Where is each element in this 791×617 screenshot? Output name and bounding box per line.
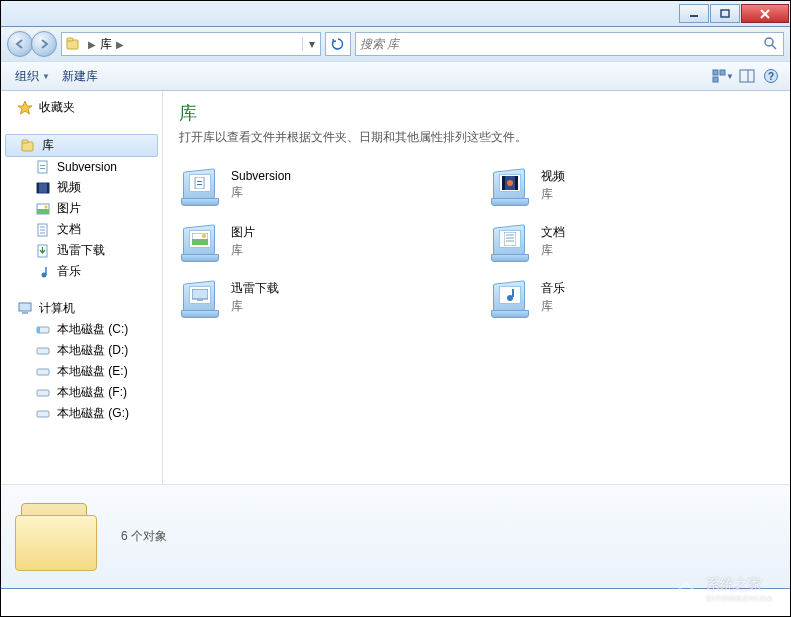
chevron-down-icon: ▼	[726, 72, 734, 81]
new-library-button[interactable]: 新建库	[56, 66, 104, 87]
sidebar-item-label: 迅雷下载	[57, 242, 105, 259]
navigation-bar: ▶ 库 ▶ ▾ 搜索 库	[0, 27, 791, 61]
libraries-icon	[62, 33, 84, 55]
library-name: 音乐	[541, 280, 565, 297]
sidebar-item-documents[interactable]: 文档	[1, 219, 162, 240]
drive-icon	[35, 322, 51, 338]
breadcrumb-label: 库	[100, 36, 112, 53]
drive-icon	[35, 385, 51, 401]
back-arrow-icon	[14, 38, 26, 50]
svg-rect-19	[37, 183, 39, 193]
library-type: 库	[231, 298, 279, 315]
search-box[interactable]: 搜索 库	[355, 32, 784, 56]
svg-rect-3	[67, 38, 73, 41]
sidebar-drive-c[interactable]: 本地磁盘 (C:)	[1, 319, 162, 340]
sidebar-drive-f[interactable]: 本地磁盘 (F:)	[1, 382, 162, 403]
svg-rect-14	[22, 140, 28, 143]
page-subtitle: 打开库以查看文件并根据文件夹、日期和其他属性排列这些文件。	[179, 129, 774, 146]
svg-rect-37	[37, 411, 49, 417]
star-icon	[17, 100, 33, 116]
svg-rect-30	[19, 303, 31, 311]
forward-button[interactable]	[31, 31, 57, 57]
refresh-icon	[331, 37, 345, 51]
search-placeholder: 搜索 库	[360, 36, 763, 53]
library-name: Subversion	[231, 169, 291, 183]
help-icon: ?	[763, 68, 779, 84]
svg-rect-8	[713, 77, 718, 82]
svg-rect-35	[37, 369, 49, 375]
sidebar-item-subversion[interactable]: Subversion	[1, 157, 162, 177]
maximize-button[interactable]	[710, 4, 740, 23]
sidebar-item-videos[interactable]: 视频	[1, 177, 162, 198]
library-item-thunder[interactable]: 迅雷下载 库	[179, 276, 465, 318]
back-button[interactable]	[7, 31, 33, 57]
close-button[interactable]	[741, 4, 789, 23]
svg-point-54	[507, 295, 513, 301]
svg-rect-1	[721, 10, 729, 17]
sidebar-item-label: 本地磁盘 (E:)	[57, 363, 128, 380]
libraries-icon	[20, 138, 36, 154]
library-name: 视频	[541, 168, 565, 185]
svg-rect-33	[37, 327, 40, 333]
watermark-sub: XITONGZHIJIA	[706, 594, 773, 603]
sidebar-favorites[interactable]: 收藏夹	[1, 97, 162, 118]
monitor-icon	[192, 289, 208, 301]
library-type: 库	[541, 186, 565, 203]
svg-text:?: ?	[768, 71, 774, 82]
command-bar: 组织 ▼ 新建库 ▼ ?	[0, 61, 791, 91]
chevron-right-icon: ▶	[116, 39, 124, 50]
minimize-button[interactable]	[679, 4, 709, 23]
sidebar-item-music[interactable]: 音乐	[1, 261, 162, 282]
sidebar-item-label: 图片	[57, 200, 81, 217]
sidebar-libraries[interactable]: 库	[5, 134, 158, 157]
sidebar-item-pictures[interactable]: 图片	[1, 198, 162, 219]
refresh-button[interactable]	[325, 32, 351, 56]
svg-rect-52	[192, 289, 208, 299]
library-item-videos[interactable]: 视频 库	[489, 164, 775, 206]
address-dropdown[interactable]: ▾	[302, 37, 320, 51]
folder-preview-icon	[15, 499, 105, 575]
sidebar-drive-g[interactable]: 本地磁盘 (G:)	[1, 403, 162, 424]
svg-rect-53	[197, 299, 203, 301]
library-type: 库	[231, 184, 291, 201]
preview-pane-button[interactable]	[736, 65, 758, 87]
library-item-documents[interactable]: 文档 库	[489, 220, 775, 262]
library-type: 库	[541, 242, 565, 259]
svg-rect-36	[37, 390, 49, 396]
drive-icon	[35, 406, 51, 422]
library-item-subversion[interactable]: Subversion 库	[179, 164, 465, 206]
svg-line-5	[772, 45, 776, 49]
address-bar[interactable]: ▶ 库 ▶ ▾	[61, 32, 321, 56]
svg-rect-31	[22, 312, 28, 314]
library-type: 库	[231, 242, 255, 259]
help-button[interactable]: ?	[760, 65, 782, 87]
sidebar-item-label: 本地磁盘 (G:)	[57, 405, 129, 422]
svg-point-4	[765, 38, 773, 46]
sidebar-item-label: 文档	[57, 221, 81, 238]
library-item-pictures[interactable]: 图片 库	[179, 220, 465, 262]
sidebar-drive-d[interactable]: 本地磁盘 (D:)	[1, 340, 162, 361]
svg-point-23	[45, 205, 48, 208]
svg-rect-34	[37, 348, 49, 354]
organize-menu[interactable]: 组织 ▼	[9, 66, 56, 87]
picture-icon	[192, 233, 208, 245]
sidebar-drive-e[interactable]: 本地磁盘 (E:)	[1, 361, 162, 382]
svg-point-29	[42, 272, 47, 277]
library-item-music[interactable]: 音乐 库	[489, 276, 775, 318]
svg-rect-48	[504, 232, 516, 246]
sidebar-computer[interactable]: 计算机	[1, 298, 162, 319]
svg-rect-43	[515, 176, 518, 190]
page-title: 库	[179, 101, 774, 125]
svg-rect-39	[197, 181, 202, 182]
computer-icon	[17, 301, 33, 317]
sidebar-item-label: Subversion	[57, 160, 117, 174]
view-options-button[interactable]: ▼	[712, 65, 734, 87]
drive-icon	[35, 364, 51, 380]
svg-rect-17	[40, 168, 45, 169]
svg-rect-46	[192, 239, 208, 245]
navigation-pane: 收藏夹 库 Subversion 视频 图片	[1, 91, 163, 484]
breadcrumb-segment[interactable]: ▶ 库 ▶	[84, 36, 128, 53]
svg-rect-40	[197, 184, 202, 185]
chevron-right-icon: ▶	[88, 39, 96, 50]
sidebar-item-thunder[interactable]: 迅雷下载	[1, 240, 162, 261]
